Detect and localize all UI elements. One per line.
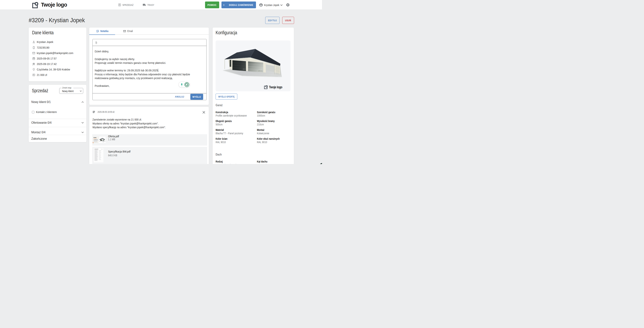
svg-text:▣ Twoje logo: ▣ Twoje logo bbox=[243, 69, 247, 69]
svg-text:GARAŻU: GARAŻU bbox=[94, 139, 98, 141]
svg-text:▣ Twoje logo: ▣ Twoje logo bbox=[258, 71, 262, 71]
